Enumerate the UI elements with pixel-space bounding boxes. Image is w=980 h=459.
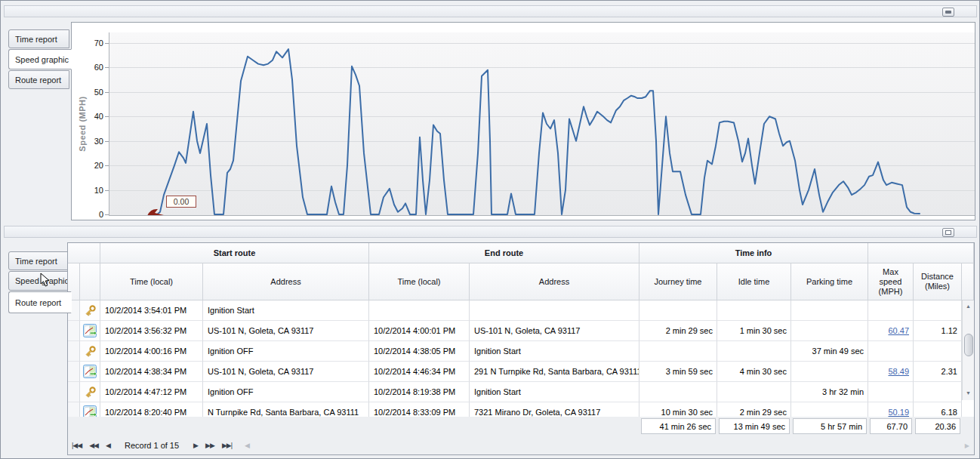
key-icon bbox=[80, 341, 100, 362]
column-header-address[interactable]: Address bbox=[203, 263, 369, 300]
tab-route-report[interactable]: Route report bbox=[8, 70, 69, 89]
speed-series-line bbox=[157, 49, 920, 214]
cell-journeytime: 2 min 29 sec bbox=[639, 321, 717, 341]
cell-timelocal: 10/2/2014 4:46:34 PM bbox=[369, 362, 470, 382]
scroll-up-icon[interactable]: ▲ bbox=[963, 303, 974, 309]
cell-address: Ignition OFF bbox=[203, 341, 369, 362]
scroll-down-icon[interactable]: ▼ bbox=[963, 390, 974, 396]
cell-address: US-101 N, Goleta, CA 93117 bbox=[203, 321, 369, 341]
key-icon bbox=[80, 300, 100, 321]
cell-address: Ignition Start bbox=[470, 382, 639, 402]
y-tick-label: 40 bbox=[81, 112, 103, 121]
cell-timelocal: 10/2/2014 3:54:01 PM bbox=[100, 300, 203, 321]
key-icon bbox=[80, 382, 100, 402]
summary-parking-time: 5 hr 57 min bbox=[793, 418, 867, 434]
summary-distance: 20.36 bbox=[915, 418, 960, 434]
hscroll-right-icon[interactable]: ▶ bbox=[965, 442, 969, 449]
cell-maxspeedmph: 50.19 bbox=[868, 402, 914, 417]
column-header-timelocal[interactable]: Time (local) bbox=[369, 263, 470, 300]
grid-rows: 10/2/2014 3:54:01 PMIgnition Start10/2/2… bbox=[68, 300, 974, 417]
vertical-scrollbar[interactable]: ▲ ▼ bbox=[962, 300, 974, 400]
nav-next-button[interactable]: ▶ bbox=[193, 442, 198, 449]
cell-idletime: 2 min 29 sec bbox=[717, 402, 791, 417]
cell-journeytime bbox=[639, 382, 717, 402]
table-row[interactable]: 10/2/2014 8:20:40 PMN Turnpike Rd, Santa… bbox=[68, 402, 974, 417]
collapse-box-icon bbox=[945, 230, 951, 235]
cell-timelocal: 10/2/2014 4:00:01 PM bbox=[369, 321, 470, 341]
column-header-journeytime[interactable]: Journey time bbox=[639, 263, 717, 300]
summary-journey-time: 41 min 26 sec bbox=[641, 418, 716, 434]
max-speed-link[interactable]: 58.49 bbox=[888, 367, 909, 376]
y-tick-label: 20 bbox=[81, 161, 103, 170]
cell-timelocal: 10/2/2014 8:19:38 PM bbox=[369, 382, 470, 402]
route-report-grid: Start routeEnd routeTime infoTime (local… bbox=[67, 242, 975, 455]
row-indicator bbox=[68, 382, 80, 402]
cell-timelocal: 10/2/2014 4:38:05 PM bbox=[369, 341, 470, 362]
cell-journeytime bbox=[639, 300, 717, 321]
cell-journeytime bbox=[639, 341, 717, 362]
column-header-timelocal[interactable]: Time (local) bbox=[100, 263, 203, 300]
cell-timelocal: 10/2/2014 8:33:09 PM bbox=[369, 402, 470, 417]
nav-first-button[interactable]: |◀◀ bbox=[72, 442, 82, 449]
cell-address: US-101 N, Goleta, CA 93117 bbox=[470, 321, 639, 341]
table-row[interactable]: 10/2/2014 3:54:01 PMIgnition Start bbox=[68, 300, 974, 321]
max-speed-link[interactable]: 60.47 bbox=[888, 326, 909, 335]
column-header-idletime[interactable]: Idle time bbox=[717, 263, 791, 300]
cell-maxspeedmph: 60.47 bbox=[868, 321, 914, 341]
speed-chart-panel: Speed (MPH) 010203040506070 0.00 bbox=[71, 22, 975, 220]
tab-speed-graphic[interactable]: Speed graphic bbox=[8, 49, 72, 69]
column-header-maxspeedmph[interactable]: Max speed (MPH) bbox=[868, 263, 914, 300]
tab-speed-graphic[interactable]: Speed graphic bbox=[8, 271, 69, 291]
group-header-blank bbox=[868, 243, 974, 263]
nav-last-button[interactable]: ▶▶| bbox=[222, 442, 232, 449]
table-row[interactable]: 10/2/2014 4:00:16 PMIgnition OFF10/2/201… bbox=[68, 341, 974, 362]
table-row[interactable]: 10/2/2014 4:47:12 PMIgnition OFF10/2/201… bbox=[68, 382, 974, 402]
y-tick-label: 0 bbox=[81, 210, 103, 219]
group-header-start-route[interactable]: Start route bbox=[100, 243, 369, 263]
max-speed-link[interactable]: 50.19 bbox=[888, 408, 909, 417]
cell-idletime bbox=[717, 300, 791, 321]
chart-point-marker bbox=[147, 209, 164, 215]
cell-maxspeedmph: 58.49 bbox=[868, 362, 914, 382]
cell-timelocal bbox=[369, 300, 470, 321]
nav-prev-page-button[interactable]: ◀◀ bbox=[89, 442, 98, 449]
table-row[interactable]: 10/2/2014 4:38:34 PMUS-101 N, Goleta, CA… bbox=[68, 362, 974, 382]
tab-route-report[interactable]: Route report bbox=[8, 291, 72, 313]
nav-next-page-button[interactable]: ▶▶ bbox=[205, 442, 214, 449]
cell-maxspeedmph bbox=[868, 300, 914, 321]
group-header-time-info[interactable]: Time info bbox=[639, 243, 868, 263]
row-indicator bbox=[68, 402, 80, 417]
bottom-panel-collapse-button[interactable] bbox=[942, 228, 954, 237]
tab-time-report[interactable]: Time report bbox=[8, 251, 69, 270]
cell-distancemiles bbox=[914, 382, 962, 402]
cell-distancemiles: 6.18 bbox=[914, 402, 962, 417]
cell-idletime: 1 min 30 sec bbox=[717, 321, 791, 341]
cell-distancemiles bbox=[914, 300, 962, 321]
top-panel-collapse-button[interactable] bbox=[942, 8, 954, 17]
cell-parkingtime bbox=[791, 362, 868, 382]
cell-timelocal: 10/2/2014 8:20:40 PM bbox=[100, 402, 203, 417]
cell-address: N Turnpike Rd, Santa Barbara, CA 93111 bbox=[203, 402, 369, 417]
cell-parkingtime bbox=[791, 402, 868, 417]
chart-tooltip: 0.00 bbox=[166, 196, 196, 208]
group-header-end-route[interactable]: End route bbox=[369, 243, 639, 263]
column-header-parkingtime[interactable]: Parking time bbox=[791, 263, 868, 300]
table-row[interactable]: 10/2/2014 3:56:32 PMUS-101 N, Goleta, CA… bbox=[68, 321, 974, 341]
nav-prev-button[interactable]: ◀ bbox=[106, 442, 110, 449]
cell-distancemiles: 2.31 bbox=[914, 362, 962, 382]
cell-address: Ignition OFF bbox=[203, 382, 369, 402]
column-header-address[interactable]: Address bbox=[470, 263, 639, 300]
column-header-blank bbox=[80, 263, 100, 300]
cell-idletime bbox=[717, 382, 791, 402]
cell-address: Ignition Start bbox=[203, 300, 369, 321]
grid-group-row: Start routeEnd routeTime info bbox=[68, 243, 974, 263]
tab-time-report[interactable]: Time report bbox=[8, 29, 69, 48]
route-icon bbox=[80, 321, 100, 341]
cell-address: Ignition Start bbox=[470, 341, 639, 362]
scrollbar-thumb[interactable] bbox=[964, 334, 973, 356]
cell-address: 291 N Turnpike Rd, Santa Barbara, CA 931… bbox=[470, 362, 639, 382]
hscroll-left-icon[interactable]: ◀ bbox=[245, 442, 249, 449]
speed-line-chart bbox=[109, 32, 975, 215]
row-indicator bbox=[68, 321, 80, 341]
column-header-distancemiles[interactable]: Distance (Miles) bbox=[914, 263, 962, 300]
